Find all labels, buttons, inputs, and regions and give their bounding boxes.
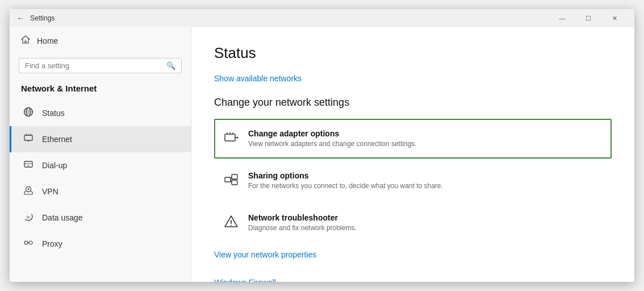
- home-label: Home: [37, 36, 58, 45]
- globe-icon: [23, 107, 34, 119]
- sidebar-label-proxy: Proxy: [42, 239, 62, 248]
- troubleshooter-icon: [223, 214, 239, 232]
- sidebar-item-data-usage[interactable]: % Data usage: [10, 205, 191, 231]
- back-button[interactable]: ←: [16, 14, 24, 23]
- page-title: Status: [214, 44, 612, 62]
- svg-rect-26: [225, 177, 231, 182]
- window-controls: — ☐ ✕: [549, 9, 628, 27]
- svg-point-33: [231, 225, 232, 226]
- search-box[interactable]: 🔍: [19, 58, 182, 73]
- sharing-desc: For the networks you connect to, decide …: [248, 182, 443, 190]
- sidebar-label-vpn: VPN: [42, 187, 58, 196]
- home-button[interactable]: Home: [10, 27, 191, 55]
- svg-point-18: [29, 241, 32, 244]
- maximize-button[interactable]: ☐: [575, 9, 601, 27]
- svg-point-12: [28, 165, 29, 167]
- adapter-title: Change adapter options: [248, 129, 417, 138]
- close-button[interactable]: ✕: [601, 9, 628, 27]
- sidebar: Home 🔍 Network & Internet: [10, 27, 191, 282]
- search-icon: 🔍: [166, 61, 175, 70]
- dialup-icon: [23, 159, 34, 172]
- adapter-desc: View network adapters and change connect…: [248, 140, 417, 148]
- svg-point-14: [28, 189, 30, 190]
- proxy-icon: [23, 238, 34, 250]
- sidebar-item-dialup[interactable]: Dial-up: [10, 152, 191, 178]
- sidebar-label-data-usage: Data usage: [42, 213, 83, 222]
- view-properties-link[interactable]: View your network properties: [214, 250, 316, 259]
- svg-rect-27: [232, 174, 237, 179]
- titlebar-title: Settings: [30, 14, 549, 22]
- svg-point-17: [24, 241, 28, 244]
- svg-rect-20: [225, 134, 235, 141]
- change-adapter-option[interactable]: Change adapter options View network adap…: [214, 119, 612, 159]
- content-area: Status Show available networks Change yo…: [191, 27, 634, 282]
- windows-firewall-link[interactable]: Windows Firewall: [214, 278, 276, 282]
- minimize-button[interactable]: —: [549, 9, 575, 27]
- troubleshooter-option[interactable]: Network troubleshooter Diagnose and fix …: [214, 203, 612, 243]
- data-usage-icon: %: [23, 211, 34, 224]
- show-networks-link[interactable]: Show available networks: [214, 74, 302, 83]
- svg-point-22: [237, 137, 239, 139]
- sharing-option-text: Sharing options For the networks you con…: [248, 171, 443, 190]
- main-layout: Home 🔍 Network & Internet: [10, 27, 634, 282]
- sharing-icon: [223, 172, 239, 190]
- adapter-icon: [223, 130, 239, 148]
- troubleshooter-desc: Diagnose and fix network problems.: [248, 224, 357, 232]
- svg-text:%: %: [27, 215, 30, 219]
- troubleshooter-title: Network troubleshooter: [248, 213, 357, 222]
- sidebar-item-vpn[interactable]: VPN: [10, 178, 191, 205]
- sidebar-item-ethernet[interactable]: Ethernet: [10, 126, 191, 152]
- adapter-option-text: Change adapter options View network adap…: [248, 129, 417, 148]
- troubleshooter-option-text: Network troubleshooter Diagnose and fix …: [248, 213, 357, 232]
- sidebar-label-ethernet: Ethernet: [42, 135, 72, 144]
- sharing-option[interactable]: Sharing options For the networks you con…: [214, 161, 612, 201]
- svg-rect-28: [232, 180, 237, 185]
- change-settings-title: Change your network settings: [214, 97, 612, 109]
- svg-rect-5: [24, 135, 32, 140]
- sharing-title: Sharing options: [248, 171, 443, 180]
- ethernet-icon: [23, 133, 34, 146]
- titlebar: ← Settings — ☐ ✕: [10, 9, 634, 27]
- home-icon: [21, 35, 30, 47]
- sidebar-item-proxy[interactable]: Proxy: [10, 231, 191, 257]
- sidebar-label-dialup: Dial-up: [42, 161, 67, 170]
- sidebar-item-status[interactable]: Status: [10, 100, 191, 126]
- search-input[interactable]: [25, 61, 162, 70]
- settings-window: ← Settings — ☐ ✕ Home 🔍 Network & In: [10, 9, 634, 282]
- sidebar-label-status: Status: [42, 109, 65, 118]
- vpn-icon: [23, 185, 34, 198]
- sidebar-section-title: Network & Internet: [10, 80, 191, 100]
